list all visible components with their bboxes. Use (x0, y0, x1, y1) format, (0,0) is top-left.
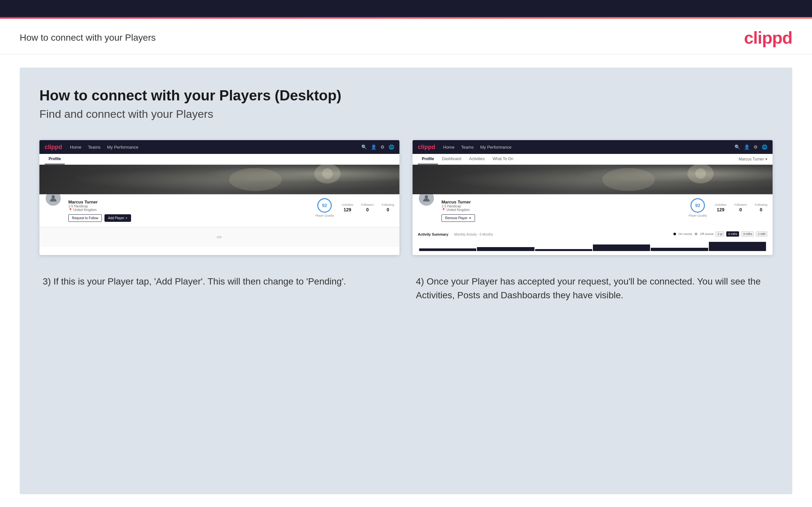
right-tabs: Profile Dashboard Activities What To On … (413, 154, 773, 165)
svg-point-7 (425, 195, 428, 199)
user-icon-right[interactable]: 👤 (744, 145, 750, 150)
right-nav-myperformance[interactable]: My Performance (480, 145, 511, 150)
quality-circle-left: 92 (317, 198, 332, 213)
time-btn-6mths[interactable]: 6 mths (726, 231, 739, 237)
screenshot-left: clippd Home Teams My Performance 🔍 👤 ⚙ 🌐 (39, 140, 399, 255)
page-title: How to connect with your Players (Deskto… (39, 87, 773, 104)
player-location-left: 📍 United Kingdom (68, 208, 309, 212)
time-btn-1mth[interactable]: 1 mth (756, 231, 767, 237)
left-bottom-area: ✏ (39, 227, 399, 247)
right-nav-teams[interactable]: Teams (461, 145, 474, 150)
globe-icon-right[interactable]: 🌐 (762, 145, 767, 150)
right-profile-section: Marcus Turner 1-5 Handicap 📍 United King… (413, 194, 773, 227)
svg-point-4 (602, 168, 655, 191)
top-bar (0, 0, 812, 17)
search-icon[interactable]: 🔍 (361, 145, 367, 150)
left-nav-teams[interactable]: Teams (88, 145, 101, 150)
activity-title: Activity Summary (418, 232, 448, 236)
player-name-left: Marcus Turner (68, 200, 309, 205)
player-name-tab: Marcus Turner (739, 157, 764, 161)
search-icon-right[interactable]: 🔍 (734, 145, 740, 150)
right-nav: clippd Home Teams My Performance 🔍 👤 ⚙ 🌐 (413, 140, 773, 154)
tab-activities-right[interactable]: Activities (465, 154, 489, 164)
main-content: How to connect with your Players (Deskto… (20, 68, 792, 494)
player-name-right: Marcus Turner (442, 200, 682, 205)
activities-label-left: Activities (342, 203, 353, 207)
player-handicap-left: 1-5 Handicap (68, 205, 309, 208)
user-icon[interactable]: 👤 (371, 145, 376, 150)
location-icon-left: 📍 (68, 208, 72, 212)
request-follow-button[interactable]: Request to Follow (68, 214, 102, 222)
settings-icon-right[interactable]: ⚙ (754, 145, 758, 150)
left-tabs: Profile (39, 154, 399, 165)
time-btn-1yr[interactable]: 1 yr (715, 231, 724, 237)
tab-profile-right[interactable]: Profile (418, 154, 438, 164)
followers-value-right: 0 (734, 207, 747, 212)
following-label-right: Following (755, 203, 767, 207)
activity-summary: Activity Summary Monthly Activity · 6 Mo… (413, 227, 773, 255)
remove-player-button[interactable]: Remove Player ✕ (442, 214, 475, 222)
tab-whattoon-right[interactable]: What To On (489, 154, 517, 164)
activities-value-right: 129 (715, 207, 726, 212)
player-location-right: 📍 United Kingdom (442, 208, 682, 212)
settings-icon[interactable]: ⚙ (380, 145, 385, 150)
right-nav-home[interactable]: Home (443, 145, 455, 150)
svg-point-2 (322, 168, 333, 179)
tab-profile-left[interactable]: Profile (45, 154, 65, 164)
time-btn-3mths[interactable]: 3 mths (741, 231, 754, 237)
quality-label-right: Player Quality (689, 214, 707, 217)
svg-point-3 (52, 195, 55, 199)
left-nav: clippd Home Teams My Performance 🔍 👤 ⚙ 🌐 (39, 140, 399, 154)
plus-icon: + (125, 216, 128, 220)
activities-label-right: Activities (715, 203, 726, 207)
left-profile-section: Marcus Turner 1-5 Handicap 📍 United King… (39, 194, 399, 227)
svg-point-1 (314, 165, 341, 183)
close-icon: ✕ (469, 216, 471, 220)
left-nav-myperformance[interactable]: My Performance (107, 145, 138, 150)
player-handicap-right: 1-5 Handicap (442, 205, 682, 208)
clippd-logo: clippd (744, 28, 792, 48)
description-right: 4) Once your Player has accepted your re… (413, 275, 773, 302)
tab-dashboard-right[interactable]: Dashboard (438, 154, 465, 164)
followers-value-left: 0 (361, 207, 374, 212)
chevron-down-icon: ▾ (765, 157, 767, 161)
descriptions-row: 3) If this is your Player tap, 'Add Play… (39, 275, 773, 302)
on-course-label: On course (679, 232, 693, 236)
location-icon-right: 📍 (442, 208, 445, 212)
quality-label-left: Player Quality (315, 214, 334, 217)
hero-image-left (39, 165, 399, 194)
description-right-text: 4) Once your Player has accepted your re… (416, 275, 769, 302)
activity-subtitle: Monthly Activity · 6 Months (454, 233, 493, 236)
hero-image-right (413, 165, 773, 194)
edit-icon: ✏ (217, 233, 222, 241)
following-value-left: 0 (382, 207, 394, 212)
activities-value-left: 129 (342, 207, 353, 212)
svg-point-0 (229, 168, 282, 191)
description-left: 3) If this is your Player tap, 'Add Play… (39, 275, 399, 302)
screenshot-right: clippd Home Teams My Performance 🔍 👤 ⚙ 🌐 (413, 140, 773, 255)
page-subtitle: Find and connect with your Players (39, 108, 773, 120)
header: How to connect with your Players clippd (0, 19, 812, 54)
svg-point-5 (688, 165, 714, 183)
following-label-left: Following (382, 203, 394, 207)
left-nav-home[interactable]: Home (70, 145, 82, 150)
svg-point-6 (695, 168, 706, 179)
off-course-dot (695, 233, 697, 235)
screenshots-row: clippd Home Teams My Performance 🔍 👤 ⚙ 🌐 (39, 140, 773, 255)
description-left-text: 3) If this is your Player tap, 'Add Play… (43, 275, 396, 288)
followers-label-right: Followers (734, 203, 747, 207)
followers-label-left: Followers (361, 203, 374, 207)
on-course-dot (673, 233, 676, 235)
breadcrumb: How to connect with your Players (20, 33, 156, 43)
following-value-right: 0 (755, 207, 767, 212)
left-nav-logo: clippd (45, 144, 62, 151)
off-course-label: Off course (700, 232, 713, 236)
quality-circle-right: 92 (691, 198, 705, 213)
activity-chart (418, 239, 767, 251)
add-player-button[interactable]: Add Player + (104, 214, 131, 222)
globe-icon[interactable]: 🌐 (389, 145, 394, 150)
right-nav-logo: clippd (418, 144, 435, 151)
